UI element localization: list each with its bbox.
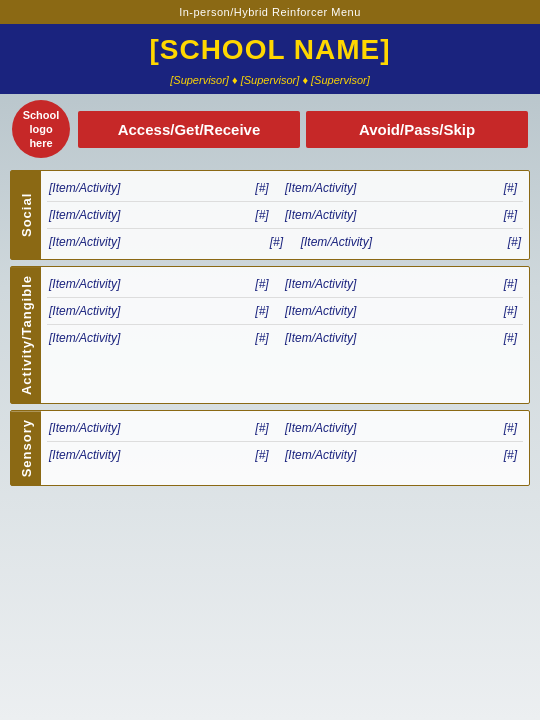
section-activity-tangible: Activity/Tangible[Item/Activity][#][Item…: [10, 266, 530, 404]
num-cell: [#]: [243, 277, 281, 291]
num-cell: [#]: [479, 448, 521, 462]
num-cell: [#]: [479, 277, 521, 291]
num-cell: [#]: [243, 208, 281, 222]
num-cell: [#]: [479, 304, 521, 318]
top-bar: In-person/Hybrid Reinforcer Menu: [0, 0, 540, 24]
section-sensory: Sensory[Item/Activity][#][Item/Activity]…: [10, 410, 530, 486]
item-cell: [Item/Activity]: [49, 304, 239, 318]
num-cell: [#]: [256, 235, 297, 249]
item-cell: [Item/Activity]: [49, 421, 239, 435]
table-row: [Item/Activity][#][Item/Activity][#]: [47, 175, 523, 202]
num-cell: [#]: [243, 448, 281, 462]
item-cell: [Item/Activity]: [285, 421, 475, 435]
num-cell: [#]: [508, 235, 521, 249]
top-bar-label: In-person/Hybrid Reinforcer Menu: [179, 6, 361, 18]
table-row: [Item/Activity][#][Item/Activity][#]: [47, 442, 523, 468]
section-content-0: [Item/Activity][#][Item/Activity][#][Ite…: [41, 171, 529, 259]
section-label-1: Activity/Tangible: [11, 267, 41, 403]
item-cell: [Item/Activity]: [49, 235, 252, 249]
item-cell: [Item/Activity]: [49, 331, 239, 345]
subtitle: [Supervisor] ♦ [Supervisor] ♦ [Superviso…: [0, 72, 540, 94]
section-content-2: [Item/Activity][#][Item/Activity][#][Ite…: [41, 411, 529, 485]
section-content-1: [Item/Activity][#][Item/Activity][#][Ite…: [41, 267, 529, 403]
item-cell: [Item/Activity]: [285, 448, 475, 462]
school-logo: School logo here: [12, 100, 70, 158]
num-cell: [#]: [243, 304, 281, 318]
item-cell: [Item/Activity]: [285, 304, 475, 318]
item-cell: [Item/Activity]: [285, 277, 475, 291]
sections-container: Social[Item/Activity][#][Item/Activity][…: [0, 170, 540, 486]
num-cell: [#]: [243, 181, 281, 195]
item-cell: [Item/Activity]: [285, 208, 475, 222]
item-cell: [Item/Activity]: [49, 181, 239, 195]
table-row: [Item/Activity][#][Item/Activity][#]: [47, 325, 523, 351]
header-col-access: Access/Get/Receive: [78, 111, 300, 148]
item-cell: [Item/Activity]: [49, 208, 239, 222]
item-cell: [Item/Activity]: [285, 331, 475, 345]
school-name-heading: [SCHOOL NAME]: [0, 24, 540, 72]
table-row: [Item/Activity][#][Item/Activity][#]: [47, 415, 523, 442]
table-row: [Item/Activity][#][Item/Activity][#]: [47, 202, 523, 229]
table-row: [Item/Activity][#][Item/Activity][#]: [47, 229, 523, 255]
item-cell: [Item/Activity]: [49, 448, 239, 462]
section-label-0: Social: [11, 171, 41, 259]
header-col-avoid: Avoid/Pass/Skip: [306, 111, 528, 148]
num-cell: [#]: [243, 421, 281, 435]
item-cell: [Item/Activity]: [301, 235, 504, 249]
num-cell: [#]: [479, 421, 521, 435]
table-row: [Item/Activity][#][Item/Activity][#]: [47, 271, 523, 298]
num-cell: [#]: [479, 208, 521, 222]
item-cell: [Item/Activity]: [49, 277, 239, 291]
table-row: [Item/Activity][#][Item/Activity][#]: [47, 298, 523, 325]
num-cell: [#]: [479, 181, 521, 195]
section-social: Social[Item/Activity][#][Item/Activity][…: [10, 170, 530, 260]
header-columns: Access/Get/Receive Avoid/Pass/Skip: [78, 111, 528, 148]
num-cell: [#]: [479, 331, 521, 345]
item-cell: [Item/Activity]: [285, 181, 475, 195]
section-label-2: Sensory: [11, 411, 41, 485]
header-row: School logo here Access/Get/Receive Avoi…: [0, 94, 540, 164]
num-cell: [#]: [243, 331, 281, 345]
